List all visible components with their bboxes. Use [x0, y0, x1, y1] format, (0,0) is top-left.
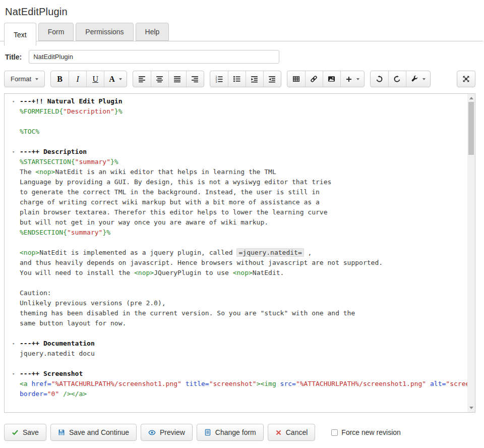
force-new-revision-option: Force new revision: [331, 428, 401, 436]
indent-button[interactable]: [246, 71, 263, 87]
image-icon: [328, 75, 335, 83]
editor-line: [5, 238, 467, 248]
editor-line: ▾---++ Description: [5, 147, 467, 157]
editor-line: You will need to install the <nop>JQuery…: [5, 268, 467, 278]
link-icon: [310, 75, 318, 83]
tab-form[interactable]: Form: [38, 23, 74, 41]
cancel-button[interactable]: Cancel: [268, 424, 316, 441]
gutter: [5, 328, 20, 339]
gutter: [5, 117, 20, 127]
change-form-button[interactable]: Change form: [197, 424, 264, 441]
font-color-dropdown-button[interactable]: A: [104, 71, 127, 87]
undo-icon: [376, 75, 383, 83]
tools-dropdown-button[interactable]: [406, 71, 430, 87]
insert-dropdown-button[interactable]: [340, 71, 364, 87]
check-icon: [12, 429, 19, 436]
gutter: [5, 238, 20, 248]
scrollbar-up-arrow-icon[interactable]: [469, 97, 473, 99]
link-button[interactable]: [305, 71, 323, 87]
outdent-icon: [268, 75, 276, 83]
table-button[interactable]: [287, 71, 305, 87]
gutter: [5, 288, 20, 298]
editor-scrollbar[interactable]: [467, 94, 475, 412]
numbered-list-icon: 123: [215, 75, 223, 83]
fullscreen-icon: [462, 75, 470, 83]
chevron-down-icon: [356, 78, 359, 80]
bullet-list-button[interactable]: [228, 71, 246, 87]
align-justify-icon: [173, 75, 181, 83]
gutter: [5, 278, 20, 288]
align-right-icon: [191, 75, 199, 83]
wiki-text-editor[interactable]: ▾---+!! Natural Edit Plugin%FORMFIELD{"D…: [4, 93, 475, 413]
tab-permissions[interactable]: Permissions: [76, 23, 133, 41]
preview-label: Preview: [160, 428, 185, 436]
wrench-icon: [411, 75, 418, 83]
image-button[interactable]: [323, 71, 340, 87]
underline-button[interactable]: U: [86, 71, 104, 87]
bold-icon: B: [57, 75, 63, 84]
italic-button[interactable]: I: [69, 71, 86, 87]
editor-line: charge of writing correct wiki markup bu…: [5, 197, 467, 207]
title-label: Title:: [5, 53, 22, 61]
align-left-icon: [138, 75, 146, 83]
fold-arrow-icon[interactable]: ▾: [5, 369, 20, 379]
gutter: [5, 157, 20, 167]
gutter: [5, 207, 20, 217]
gutter: [5, 106, 20, 117]
eye-icon: [148, 429, 156, 436]
page-title: NatEditPlugin: [5, 6, 484, 18]
preview-button[interactable]: Preview: [141, 424, 193, 441]
fullscreen-button[interactable]: [457, 71, 475, 87]
align-center-button[interactable]: [151, 71, 168, 87]
gutter: [5, 389, 20, 399]
force-new-revision-label: Force new revision: [341, 428, 401, 436]
align-right-button[interactable]: [186, 71, 204, 87]
fold-arrow-icon[interactable]: ▾: [5, 339, 20, 349]
save-and-continue-label: Save and Continue: [69, 428, 129, 436]
editor-line: and thus heavily depends on javascript. …: [5, 258, 467, 268]
force-new-revision-checkbox[interactable]: [331, 429, 338, 436]
redo-button[interactable]: [388, 71, 406, 87]
editor-line: border="0" /></a>: [5, 389, 467, 399]
format-dropdown-button[interactable]: Format: [5, 71, 44, 87]
x-icon: [275, 429, 282, 436]
editor-line: %STARTSECTION{"summary"}%: [5, 157, 467, 167]
gutter: [5, 359, 20, 369]
scrollbar-down-arrow-icon[interactable]: [469, 407, 473, 409]
save-button[interactable]: Save: [4, 424, 46, 441]
numbered-list-button[interactable]: 123: [210, 71, 228, 87]
editor-line: <nop>NatEdit is implemented as a jquery …: [5, 248, 467, 258]
align-left-button[interactable]: [133, 71, 151, 87]
table-icon: [292, 75, 300, 83]
gutter: [5, 177, 20, 187]
chevron-down-icon: [119, 78, 122, 80]
align-justify-button[interactable]: [168, 71, 186, 87]
editor-line: [5, 359, 467, 369]
editor-line: ▾---++ Documentation: [5, 339, 467, 349]
gutter: [5, 137, 20, 147]
editor-line: to generate the correct TML in the backg…: [5, 187, 467, 197]
editor-line: plain browser textarea. Therefor this ed…: [5, 207, 467, 217]
editor-line: but will not get in your way once you ar…: [5, 217, 467, 228]
form-icon: [204, 429, 211, 436]
bold-button[interactable]: B: [51, 71, 69, 87]
format-label: Format: [11, 75, 31, 83]
gutter: [5, 248, 20, 258]
editor-line: [5, 117, 467, 127]
outdent-button[interactable]: [263, 71, 281, 87]
fold-arrow-icon[interactable]: ▾: [5, 147, 20, 157]
title-input[interactable]: [29, 50, 279, 64]
gutter: [5, 349, 20, 359]
editor-content[interactable]: ▾---+!! Natural Edit Plugin%FORMFIELD{"D…: [5, 96, 467, 399]
indent-icon: [251, 75, 258, 83]
tab-text[interactable]: Text: [4, 23, 36, 46]
svg-text:3: 3: [215, 80, 217, 83]
undo-button[interactable]: [371, 71, 388, 87]
editor-line: ▾---+!! Natural Edit Plugin: [5, 96, 467, 106]
scrollbar-thumb[interactable]: [468, 102, 474, 155]
editor-line: [5, 278, 467, 288]
fold-arrow-icon[interactable]: ▾: [5, 96, 20, 106]
tab-help[interactable]: Help: [136, 23, 169, 41]
save-and-continue-button[interactable]: Save and Continue: [50, 424, 137, 441]
gutter: [5, 298, 20, 308]
